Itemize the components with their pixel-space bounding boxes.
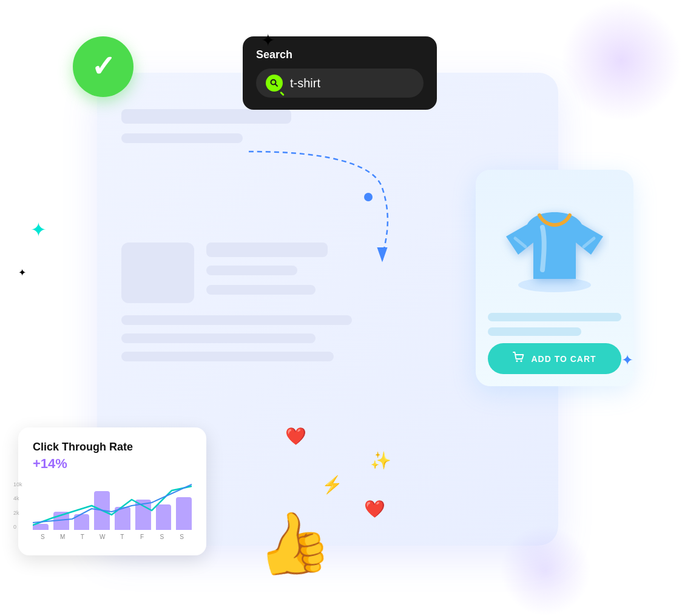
sparkle-small-left: ✦ [18,267,26,278]
chart-bars [33,481,192,530]
svg-line-1 [275,84,278,87]
cart-icon [513,352,525,366]
y-label-4k: 4k [13,495,22,501]
bar-m [53,512,69,530]
bar-s3 [176,497,192,530]
ctr-card: Click Through Rate +14% 10k 4k 2k 0 [18,427,206,555]
x-label-f: F [132,534,152,540]
sparkle-black-top: ✦ [261,30,275,50]
product-card: ADD TO CART [476,170,633,386]
ctr-title: Click Through Rate [33,441,192,454]
purple-glow-decoration [561,0,682,121]
ctr-value: +14% [33,456,192,472]
product-name-line [488,313,621,321]
bar-w [94,491,110,530]
bar-s1 [33,524,49,530]
card-line-6 [121,315,352,325]
checkmark-icon: ✓ [91,52,115,81]
x-label-t1: T [73,534,93,540]
x-label-m: M [53,534,73,540]
x-label-t2: T [112,534,132,540]
bar-s2 [156,504,172,530]
add-to-cart-button[interactable]: ADD TO CART [488,343,621,374]
sparkle-teal-left: ✦ [30,218,47,241]
lightning-icon: ⚡ [322,475,343,495]
chart-area: 10k 4k 2k 0 S M T W T [33,481,192,542]
search-label: Search [256,49,424,61]
heart-icon-2: ❤️ [364,499,385,519]
svg-point-3 [518,278,591,292]
svg-point-5 [521,360,522,362]
y-label-10k: 10k [13,481,22,487]
x-label-s2: S [152,534,172,540]
card-line-5 [206,285,316,295]
bar-f [135,500,151,530]
add-to-cart-label: ADD TO CART [531,354,596,364]
check-circle: ✓ [73,36,133,97]
x-label-w: W [92,534,112,540]
bar-t2 [115,507,130,530]
product-desc-line [488,327,581,336]
sparkle-yellow-icon: ✨ [370,450,391,470]
sparkle-blue-right: ✦ [621,352,633,369]
search-icon [266,75,283,92]
x-label-s1: S [33,534,53,540]
x-label-s3: S [172,534,192,540]
card-line-1 [121,109,291,124]
svg-point-4 [516,360,518,362]
card-line-7 [121,333,316,343]
heart-icon-1: ❤️ [285,426,306,446]
chart-x-labels: S M T W T F S S [33,534,192,540]
card-block-1 [121,243,194,303]
path-start-dot [364,193,373,201]
search-query: t-shirt [290,76,320,90]
thumbs-up-hand: 👍 [249,502,337,586]
search-bar[interactable]: t-shirt [256,69,424,98]
card-line-8 [121,352,334,361]
y-label-2k: 2k [13,510,22,516]
bar-t1 [74,514,90,530]
tshirt-image [488,182,621,303]
y-label-0: 0 [13,524,22,530]
dashed-arrow-path [200,139,425,273]
